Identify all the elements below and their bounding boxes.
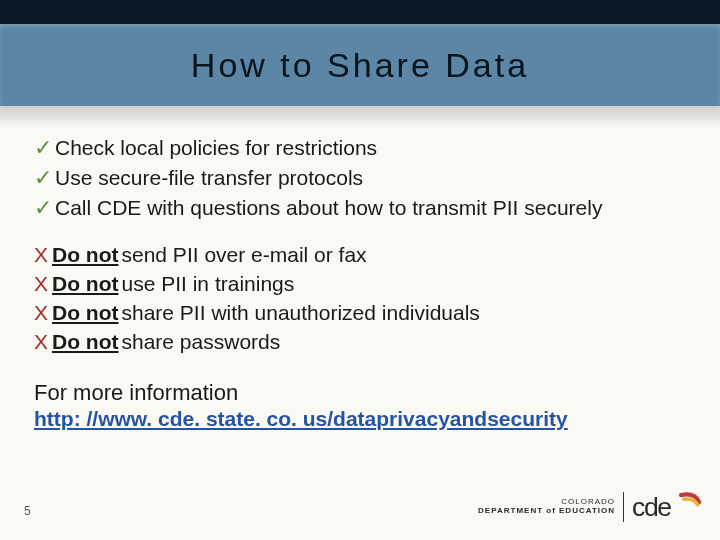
dont-text: share PII with unauthorized individuals bbox=[122, 301, 480, 324]
dont-prefix: Do not bbox=[52, 243, 118, 266]
footer-logo: COLORADO DEPARTMENT of EDUCATION cde bbox=[478, 488, 702, 526]
dont-text: share passwords bbox=[122, 330, 281, 353]
dont-text: send PII over e-mail or fax bbox=[122, 243, 367, 266]
svg-text:cde: cde bbox=[632, 492, 671, 522]
more-info-label: For more information bbox=[34, 380, 686, 406]
check-icon: ✓ bbox=[34, 194, 52, 222]
logo-separator bbox=[623, 492, 624, 522]
dont-prefix: Do not bbox=[52, 272, 118, 295]
check-text: Use secure-file transfer protocols bbox=[55, 165, 363, 192]
check-item: ✓ Check local policies for restrictions bbox=[34, 134, 686, 162]
privacy-link[interactable]: http: //www. cde. state. co. us/datapriv… bbox=[34, 407, 568, 430]
check-item: ✓ Use secure-file transfer protocols bbox=[34, 164, 686, 192]
x-icon: X bbox=[34, 300, 48, 327]
cde-logo-icon: cde bbox=[632, 488, 702, 526]
logo-text: COLORADO DEPARTMENT of EDUCATION bbox=[478, 498, 615, 516]
dont-text: use PII in trainings bbox=[122, 272, 295, 295]
x-icon: X bbox=[34, 242, 48, 269]
title-shadow bbox=[0, 106, 720, 128]
dont-prefix: Do not bbox=[52, 301, 118, 324]
x-icon: X bbox=[34, 271, 48, 298]
dont-item: X Do notshare passwords bbox=[34, 329, 686, 356]
more-info-block: For more information http: //www. cde. s… bbox=[34, 380, 686, 432]
page-number: 5 bbox=[24, 504, 31, 518]
dont-prefix: Do not bbox=[52, 330, 118, 353]
dont-item: X Do notuse PII in trainings bbox=[34, 271, 686, 298]
top-dark-bar bbox=[0, 0, 720, 24]
page-title: How to Share Data bbox=[191, 46, 529, 85]
check-text: Call CDE with questions about how to tra… bbox=[55, 195, 602, 222]
dont-item: X Do notsend PII over e-mail or fax bbox=[34, 242, 686, 269]
check-text: Check local policies for restrictions bbox=[55, 135, 377, 162]
check-icon: ✓ bbox=[34, 164, 52, 192]
logo-dept: DEPARTMENT of EDUCATION bbox=[478, 507, 615, 516]
title-band: How to Share Data bbox=[0, 24, 720, 106]
x-icon: X bbox=[34, 329, 48, 356]
check-icon: ✓ bbox=[34, 134, 52, 162]
dont-item: X Do notshare PII with unauthorized indi… bbox=[34, 300, 686, 327]
content-area: ✓ Check local policies for restrictions … bbox=[34, 134, 686, 432]
check-item: ✓ Call CDE with questions about how to t… bbox=[34, 194, 686, 222]
